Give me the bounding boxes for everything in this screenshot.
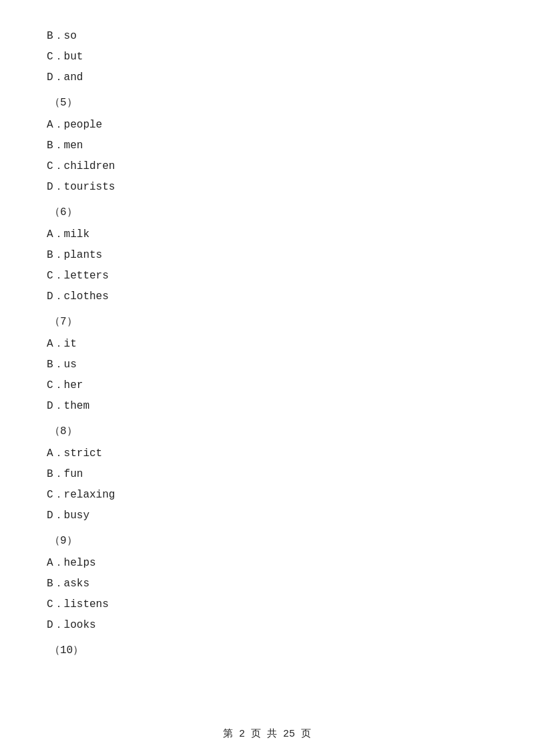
- page-footer: 第 2 页 共 25 页: [0, 727, 534, 740]
- list-item: B．us: [47, 355, 487, 375]
- list-item: C．letters: [47, 266, 487, 286]
- list-item: D．busy: [47, 506, 487, 526]
- section-number-10: （10）: [47, 641, 487, 660]
- section-number-7: （7）: [47, 313, 487, 332]
- list-item: A．helps: [47, 554, 487, 573]
- list-item: D．tourists: [47, 178, 487, 197]
- list-item: B．so: [47, 27, 487, 46]
- section-number-6: （6）: [47, 203, 487, 222]
- list-item: D．them: [47, 397, 487, 416]
- section-number-9: （9）: [47, 532, 487, 551]
- list-item: D．clothes: [47, 287, 487, 307]
- list-item: B．fun: [47, 465, 487, 484]
- list-item: D．looks: [47, 616, 487, 635]
- list-item: C．her: [47, 376, 487, 395]
- list-item: B．asks: [47, 574, 487, 594]
- list-item: C．listens: [47, 595, 487, 614]
- list-item: C．relaxing: [47, 486, 487, 505]
- list-item: C．children: [47, 157, 487, 176]
- section-number-8: （8）: [47, 422, 487, 441]
- list-item: A．people: [47, 116, 487, 135]
- list-item: B．plants: [47, 246, 487, 265]
- main-content: B．so C．but D．and （5） A．people B．men C．ch…: [0, 0, 534, 703]
- list-item: B．men: [47, 136, 487, 156]
- list-item: C．but: [47, 47, 487, 67]
- list-item: D．and: [47, 68, 487, 87]
- list-item: A．it: [47, 335, 487, 354]
- section-number-5: （5）: [47, 93, 487, 113]
- list-item: A．strict: [47, 444, 487, 463]
- list-item: A．milk: [47, 225, 487, 244]
